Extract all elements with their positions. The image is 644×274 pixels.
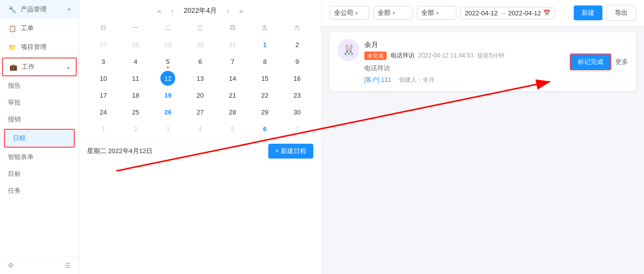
- next-btn[interactable]: ›: [224, 6, 233, 16]
- calendar-day[interactable]: 10: [96, 71, 111, 86]
- calendar-weekdays: 日 一 二 三 四 五 六: [87, 22, 313, 34]
- calendar-day[interactable]: 18: [128, 88, 143, 103]
- calendar-grid: 日 一 二 三 四 五 六 27 28 29 30 31 1 2: [79, 22, 321, 137]
- calendar-day[interactable]: 11: [128, 71, 143, 86]
- calendar-day[interactable]: 14: [225, 71, 240, 86]
- calendar-day[interactable]: 27: [96, 37, 111, 52]
- calendar-day[interactable]: 8: [257, 54, 272, 69]
- calendar-day[interactable]: 29: [257, 105, 272, 119]
- settings-icon[interactable]: ⚙: [8, 262, 14, 269]
- calendar-day[interactable]: 28: [225, 105, 240, 119]
- calendar-day[interactable]: 5: [160, 54, 175, 69]
- weekday-sat: 六: [281, 22, 313, 34]
- sidebar-item-work[interactable]: 💼 工作 ▴: [2, 57, 77, 76]
- calendar-day[interactable]: 6: [257, 121, 272, 136]
- calendar-day[interactable]: 25: [128, 105, 143, 119]
- calendar-title: 2022年4月: [181, 6, 220, 15]
- sidebar-item-work-order[interactable]: 📋 工单: [0, 19, 79, 38]
- calendar-date-label: 星期二 2022年4月12日: [87, 147, 152, 156]
- calendar-day[interactable]: 29: [160, 37, 175, 52]
- sidebar-sub-item-task[interactable]: 任务: [0, 182, 79, 199]
- calendar-day[interactable]: 23: [290, 88, 304, 103]
- sidebar-label-reimbursement: 报销: [8, 115, 21, 123]
- calendar-day[interactable]: 6: [193, 54, 207, 69]
- workorder-icon: 📋: [8, 24, 17, 33]
- prev-btn[interactable]: ‹: [168, 6, 177, 16]
- weekday-sun: 日: [87, 22, 119, 34]
- calendar-day[interactable]: 7: [225, 54, 240, 69]
- sidebar-sub-item-goal[interactable]: 目标: [0, 165, 79, 182]
- right-panel: 全公司 ▾ 全部 ▾ 全部 ▾ 2022-04-12 → 2022-04-12 …: [322, 0, 644, 274]
- task-client[interactable]: [客户] 111: [364, 76, 391, 84]
- task-list: 🐰 余月 未完成 电话拜访 2022-04-12 11:44:53 提前5分钟: [322, 26, 644, 274]
- task-creator: 创建人：余月: [399, 76, 435, 84]
- menu-icon[interactable]: ☰: [65, 262, 71, 269]
- calendar-day-today[interactable]: 12: [160, 71, 175, 86]
- company-filter[interactable]: 全公司 ▾: [330, 6, 369, 20]
- date-start: 2022-04-12: [465, 9, 498, 17]
- chevron-down-icon: ▾: [68, 6, 71, 13]
- calendar-day[interactable]: 19: [160, 88, 175, 103]
- calendar-day[interactable]: 24: [96, 105, 111, 119]
- calendar-day[interactable]: 28: [128, 37, 143, 52]
- calendar-day[interactable]: 5: [225, 121, 240, 136]
- sidebar-footer: ⚙ ☰: [0, 256, 79, 274]
- calendar-day[interactable]: 30: [193, 37, 207, 52]
- type-filter2[interactable]: 全部 ▾: [417, 6, 456, 20]
- calendar-day[interactable]: 4: [193, 121, 207, 136]
- sidebar-label-schedule: 日程: [13, 134, 26, 142]
- calendar-days: 27 28 29 30 31 1 2 3 4 5 6 7 8 9 10: [87, 36, 313, 137]
- calendar-panel: « ‹ 2022年4月 › » 日 一 二 三 四 五 六 27: [79, 0, 322, 274]
- prev-prev-btn[interactable]: «: [154, 6, 164, 16]
- sidebar-sub-item-report[interactable]: 报告: [0, 77, 79, 94]
- sidebar-sub-item-smart-list[interactable]: 智能表单: [0, 149, 79, 165]
- date-range-picker[interactable]: 2022-04-12 → 2022-04-12 📅: [460, 7, 555, 19]
- project-icon: 📁: [8, 43, 17, 52]
- weekday-tue: 二: [152, 22, 184, 34]
- calendar-bottom: 星期二 2022年4月12日 + 新建日程: [79, 137, 321, 164]
- calendar-day[interactable]: 30: [290, 105, 304, 119]
- date-calendar-icon: 📅: [543, 9, 550, 16]
- calendar-day[interactable]: 1: [96, 121, 111, 136]
- sidebar-sub-item-schedule[interactable]: 日程: [4, 129, 75, 148]
- calendar-day[interactable]: 22: [257, 88, 272, 103]
- calendar-day[interactable]: 1: [257, 37, 272, 52]
- calendar-day[interactable]: 2: [128, 121, 143, 136]
- calendar-day[interactable]: 27: [193, 105, 207, 119]
- new-button[interactable]: 新建: [574, 5, 602, 20]
- more-button[interactable]: 更多: [615, 57, 628, 66]
- calendar-day[interactable]: 2: [290, 37, 304, 52]
- sidebar-label-project: 项目管理: [21, 43, 47, 52]
- type-filter1[interactable]: 全部 ▾: [373, 6, 413, 20]
- calendar-day[interactable]: 15: [257, 71, 272, 86]
- calendar-day[interactable]: 4: [128, 54, 143, 69]
- next-next-btn[interactable]: »: [236, 6, 246, 16]
- calendar-day[interactable]: 21: [225, 88, 240, 103]
- calendar-day[interactable]: 31: [225, 37, 240, 52]
- mark-complete-button[interactable]: 标记完成: [570, 54, 611, 70]
- sidebar-label-product: 产品管理: [21, 5, 47, 14]
- chevron-up-icon: ▴: [67, 64, 70, 70]
- task-actions: 标记完成 更多: [570, 54, 628, 70]
- sidebar-item-project[interactable]: 📁 项目管理: [0, 38, 79, 56]
- sidebar-label-approval: 审批: [8, 99, 21, 106]
- sidebar-item-product-management[interactable]: 🔧 产品管理 ▾: [0, 0, 79, 19]
- calendar-day[interactable]: 16: [290, 71, 304, 86]
- right-toolbar: 全公司 ▾ 全部 ▾ 全部 ▾ 2022-04-12 → 2022-04-12 …: [322, 0, 644, 26]
- company-filter-arrow: ▾: [355, 10, 358, 16]
- sidebar-sub-item-approval[interactable]: 审批: [0, 94, 79, 111]
- calendar-day[interactable]: 26: [160, 105, 175, 119]
- type-filter1-label: 全部: [378, 8, 391, 17]
- sidebar-sub-item-reimbursement[interactable]: 报销: [0, 111, 79, 128]
- export-button[interactable]: 导出: [606, 5, 636, 21]
- new-schedule-button[interactable]: + 新建日程: [268, 144, 313, 159]
- calendar-day[interactable]: 9: [290, 54, 304, 69]
- calendar-day[interactable]: 7: [290, 121, 304, 136]
- company-filter-label: 全公司: [334, 8, 353, 17]
- calendar-day[interactable]: 3: [160, 121, 175, 136]
- weekday-wed: 三: [184, 22, 216, 34]
- calendar-day[interactable]: 17: [96, 88, 111, 103]
- calendar-day[interactable]: 20: [193, 88, 207, 103]
- calendar-day[interactable]: 3: [96, 54, 111, 69]
- calendar-day[interactable]: 13: [193, 71, 207, 86]
